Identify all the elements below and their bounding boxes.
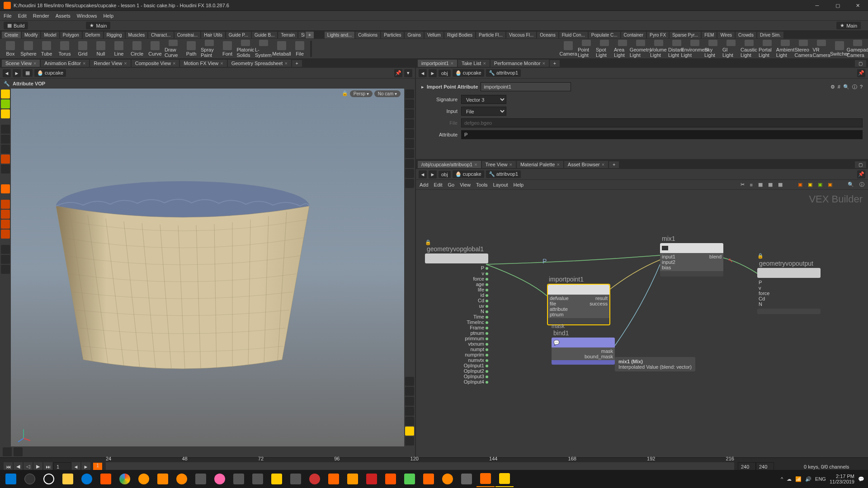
display-tool[interactable]	[405, 149, 414, 158]
tool-btn[interactable]	[1, 245, 10, 254]
start-button[interactable]	[2, 471, 20, 487]
tab-perfmon[interactable]: Performance Monitor×	[491, 60, 549, 67]
display-tool[interactable]	[405, 179, 414, 188]
shelf-tool[interactable]: Torus	[56, 40, 73, 58]
tool-btn[interactable]	[1, 230, 10, 239]
shelf-tab[interactable]: Create	[2, 32, 21, 38]
daz-icon[interactable]	[192, 471, 210, 487]
shelf-tab[interactable]: Fluid Con...	[559, 32, 588, 38]
vlc-icon[interactable]	[154, 471, 172, 487]
arrow-tool[interactable]	[1, 125, 10, 134]
path-cupcake[interactable]: 🧁 cupcake	[453, 170, 484, 178]
net-menu-view[interactable]: View	[460, 182, 471, 188]
net-tool-icon[interactable]: ▦	[768, 182, 773, 188]
node-mix[interactable]: mix1 input1 input2 bias blend	[660, 235, 723, 277]
app-icon[interactable]	[268, 471, 286, 487]
everything-icon[interactable]	[173, 471, 191, 487]
shelf-tab[interactable]: Muscles	[126, 32, 148, 38]
explorer-icon[interactable]	[59, 471, 77, 487]
shelf-tab[interactable]: Populate C...	[589, 32, 620, 38]
shelf-tab[interactable]: Grains	[405, 32, 423, 38]
maximize-button[interactable]: ▢	[827, 0, 848, 11]
display-tool[interactable]	[405, 407, 414, 416]
attribute-field[interactable]	[461, 130, 863, 139]
app-icon[interactable]	[287, 471, 305, 487]
shelf-tool[interactable]: Box	[2, 40, 19, 58]
shelf-tab[interactable]: Hair Utils	[201, 32, 225, 38]
search-button[interactable]	[21, 471, 39, 487]
tray-date[interactable]: 11/23/2019	[830, 479, 854, 484]
back-button[interactable]: ◄	[419, 69, 427, 77]
path-obj[interactable]: obj	[439, 171, 451, 178]
menu-render[interactable]: Render	[33, 13, 49, 19]
net-menu-tools[interactable]: Tools	[476, 182, 488, 188]
shelf-tab[interactable]: Wires	[717, 32, 735, 38]
shelf-tool[interactable]: Switcher	[831, 40, 848, 58]
shelf-tab[interactable]: Guide B...	[252, 32, 277, 38]
display-tool[interactable]	[405, 387, 414, 396]
shelf-tab[interactable]: Simple FX	[298, 32, 305, 38]
tab-geo-spread[interactable]: Geometry Spreadsheet×	[228, 60, 291, 67]
blender-icon[interactable]	[439, 471, 457, 487]
shelf-tab[interactable]: Modify	[22, 32, 40, 38]
krita-icon[interactable]	[211, 471, 229, 487]
forward-button[interactable]: ►	[429, 69, 437, 77]
shelf-tool[interactable]: Environment Light	[686, 40, 703, 58]
app-icon[interactable]	[420, 471, 438, 487]
shelf-tool[interactable]: Caustic Light	[741, 40, 758, 58]
net-tool-icon[interactable]: ▣	[828, 182, 832, 188]
tab-treeview[interactable]: Tree View×	[482, 161, 516, 168]
shelf-tab[interactable]: Lights and...	[325, 32, 354, 38]
shelf-tool[interactable]: Stereo Camera	[795, 40, 812, 58]
display-tool[interactable]	[405, 109, 414, 118]
net-menu-layout[interactable]: Layout	[493, 182, 508, 188]
tab-takelist[interactable]: Take List×	[458, 60, 490, 67]
tool-btn[interactable]	[1, 164, 10, 174]
net-menu-go[interactable]: Go	[448, 182, 455, 188]
tab-composite[interactable]: Composite View×	[132, 60, 179, 67]
path-obj[interactable]: obj	[439, 70, 451, 77]
app-icon[interactable]	[363, 471, 381, 487]
chrome-icon[interactable]	[116, 471, 134, 487]
display-tool[interactable]	[405, 436, 414, 446]
network-view[interactable]: VEX Builder 🔒 geometryvopglobal1 Pvforce…	[416, 190, 868, 457]
shelf-tool[interactable]: Draw Curve	[165, 40, 182, 58]
tab-scene-view[interactable]: Scene View×	[2, 60, 40, 67]
tool-btn[interactable]	[1, 210, 10, 219]
shelf-tool[interactable]: Platonic Solids	[237, 40, 254, 58]
shelf-tab[interactable]: Particles	[381, 32, 404, 38]
shelf-tool[interactable]: GI Light	[722, 40, 740, 58]
shelf-tool[interactable]: Null	[92, 40, 109, 58]
cortana-button[interactable]	[40, 471, 58, 487]
shelf-tab[interactable]: Charact...	[148, 32, 173, 38]
shelf-tool[interactable]: Sphere	[20, 40, 37, 58]
tab-motionfx[interactable]: Motion FX View×	[180, 60, 226, 67]
display-tool[interactable]	[405, 89, 414, 99]
desktop-main-right[interactable]: ★ Main	[836, 22, 861, 29]
persp-selector[interactable]: Persp ▾	[350, 90, 373, 97]
path-attribvop[interactable]: 🔧 attribvop1	[486, 170, 521, 178]
shelf-tool[interactable]: Font	[219, 40, 236, 58]
viewport-3d[interactable]: 🔒 Persp ▾ No cam ▾	[11, 89, 404, 446]
net-menu-edit[interactable]: Edit	[434, 182, 443, 188]
input-select[interactable]: File	[461, 107, 506, 116]
shelf-tool[interactable]: Ambient Light	[777, 40, 794, 58]
net-menu-help[interactable]: Help	[514, 182, 524, 188]
shelf-tab[interactable]: FEM	[702, 32, 717, 38]
tool-btn[interactable]	[1, 145, 10, 154]
shelf-tool[interactable]: Gamepad Camera	[849, 40, 866, 58]
forward-button[interactable]: ►	[13, 69, 21, 77]
tray-time[interactable]: 2:17 PM	[830, 474, 854, 479]
display-tool[interactable]	[405, 119, 414, 128]
tray-notifications-icon[interactable]: 💬	[858, 476, 864, 482]
shelf-tab[interactable]: Sparse Pyr...	[670, 32, 701, 38]
info-icon[interactable]: ⓘ	[852, 84, 857, 90]
search-icon[interactable]: 🔍	[843, 84, 849, 90]
shelf-tool[interactable]: Curve	[146, 40, 164, 58]
tool-btn[interactable]	[1, 109, 10, 118]
node-geometryvopglobal[interactable]: 🔒 geometryvopglobal1 PvforceagelifeidCdu…	[425, 239, 488, 385]
shelf-tool[interactable]: File	[291, 40, 308, 58]
app-icon[interactable]	[458, 471, 476, 487]
tab-matpalette[interactable]: Material Palette×	[517, 161, 563, 168]
shelf-tool[interactable]: Circle	[128, 40, 146, 58]
